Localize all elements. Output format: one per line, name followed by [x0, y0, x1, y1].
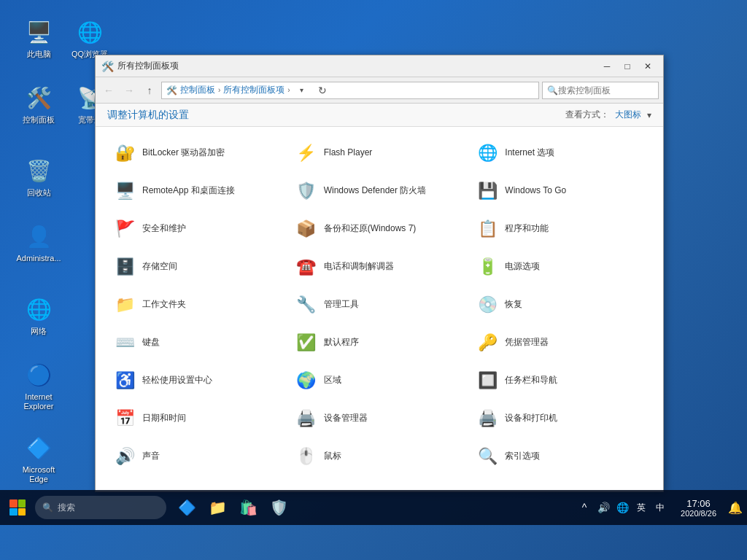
- desktop-icon-img-ie: 🔵: [24, 360, 53, 389]
- desktop-icon-edge[interactable]: 🔷 Microsoft Edge: [13, 430, 64, 487]
- start-button[interactable]: [0, 490, 35, 525]
- search-input[interactable]: [558, 85, 654, 96]
- cp-label-datetime: 日期和时间: [142, 413, 186, 424]
- cp-item-remoteapp[interactable]: 🖥️ RemoteApp 和桌面连接: [107, 172, 289, 210]
- cp-item-credential-mgr[interactable]: 🔑 凭据管理器: [470, 324, 651, 362]
- cp-label-programs: 程序和功能: [505, 223, 549, 235]
- view-options: 查看方式： 大图标 ▾: [565, 109, 651, 121]
- desktop-icon-ie[interactable]: 🔵 Internet Explorer: [13, 357, 64, 414]
- cp-item-programs[interactable]: 📋 程序和功能: [470, 210, 651, 248]
- cp-item-windows-defender[interactable]: 🛡️ Windows Defender 防火墙: [289, 172, 471, 210]
- view-bar: 调整计算机的设置 查看方式： 大图标 ▾: [96, 104, 663, 127]
- cp-label-index: 索引选项: [505, 451, 540, 462]
- desktop-icon-img-recycle-bin: 🗑️: [24, 156, 53, 185]
- tray-chevron[interactable]: ^: [576, 493, 593, 522]
- window-controls: ─ □ ✕: [597, 59, 657, 74]
- tray-network[interactable]: 🌐: [614, 493, 631, 522]
- cp-item-sound[interactable]: 🔊 声音: [107, 438, 289, 475]
- desktop-icon-network[interactable]: 🌐 网络: [13, 292, 64, 339]
- search-box[interactable]: 🔍: [542, 82, 659, 99]
- taskbar-icon-security-app[interactable]: 🛡️: [264, 493, 293, 522]
- cp-item-recovery[interactable]: 💿 恢复: [470, 286, 651, 324]
- taskbar-search[interactable]: 🔍 搜索: [35, 496, 166, 519]
- taskbar-icon-edge[interactable]: 🔷: [172, 493, 201, 522]
- back-button[interactable]: ←: [100, 82, 117, 99]
- view-label: 查看方式：: [565, 109, 609, 121]
- cp-item-default-programs[interactable]: ✅ 默认程序: [289, 324, 471, 362]
- cp-item-ease-of-access[interactable]: ♿ 轻松使用设置中心: [107, 362, 289, 400]
- desktop-icon-recycle-bin[interactable]: 🗑️ 回收站: [13, 153, 64, 201]
- desktop-icon-img-control-panel: 🛠️: [24, 83, 53, 112]
- cp-icon-credential-mgr: 🔑: [476, 331, 499, 354]
- cp-icon-bitlocker: 🔐: [113, 141, 136, 165]
- cp-icon-recovery: 💿: [476, 293, 499, 316]
- desktop-icon-label-this-pc: 此电脑: [27, 50, 51, 59]
- cp-item-region[interactable]: 🌍 区域: [289, 362, 471, 400]
- path-segment-all[interactable]: 所有控制面板项: [223, 84, 285, 96]
- desktop-icon-img-qq-browser: 🌐: [75, 18, 104, 47]
- cp-label-taskbar-nav: 任务栏和导航: [505, 375, 557, 386]
- taskbar-search-label: 搜索: [58, 502, 75, 514]
- cp-item-taskbar-nav[interactable]: 🔲 任务栏和导航: [470, 362, 651, 400]
- cp-label-device-manager: 设备管理器: [324, 413, 368, 424]
- cp-icon-datetime: 📅: [113, 407, 136, 430]
- cp-item-backup[interactable]: 📦 备份和还原(Windows 7): [289, 210, 471, 248]
- up-button[interactable]: ↑: [141, 82, 158, 99]
- cp-label-keyboard: 键盘: [142, 337, 160, 349]
- cp-icon-windows-to-go: 💾: [476, 179, 499, 203]
- close-button[interactable]: ✕: [638, 59, 657, 74]
- desktop-icon-this-pc[interactable]: 🖥️ 此电脑: [13, 15, 64, 62]
- cp-item-work-folders[interactable]: 📁 工作文件夹: [107, 286, 289, 324]
- cp-item-phone-modem[interactable]: ☎️ 电话和调制解调器: [289, 248, 471, 286]
- time-date[interactable]: 17:06 2020/8/26: [673, 490, 724, 525]
- cp-item-windows-to-go[interactable]: 💾 Windows To Go: [470, 172, 651, 210]
- cp-item-index[interactable]: 🔍 索引选项: [470, 438, 651, 475]
- tray-ime-en[interactable]: 英: [632, 493, 650, 522]
- cp-icon-default-programs: ✅: [295, 331, 318, 354]
- cp-item-admin-tools[interactable]: 🔧 管理工具: [289, 286, 471, 324]
- cp-item-storage[interactable]: 🗄️ 存储空间: [107, 248, 289, 286]
- tray-volume[interactable]: 🔊: [595, 493, 612, 522]
- cp-item-datetime[interactable]: 📅 日期和时间: [107, 400, 289, 438]
- cp-label-default-programs: 默认程序: [324, 337, 359, 349]
- cp-label-windows-defender: Windows Defender 防火墙: [324, 185, 427, 197]
- taskbar: 🔍 搜索 🔷📁🛍️🛡️ ^ 🔊 🌐 英 中 17:06 2020/8/26 🔔: [0, 490, 747, 525]
- taskbar-icons: 🔷📁🛍️🛡️: [172, 493, 293, 522]
- cp-item-keyboard[interactable]: ⌨️ 键盘: [107, 324, 289, 362]
- cp-label-credential-mgr: 凭据管理器: [505, 337, 549, 349]
- cp-label-mouse: 鼠标: [324, 451, 341, 462]
- cp-label-devices-printers: 设备和打印机: [505, 413, 557, 424]
- cp-item-devices-printers[interactable]: 🖨️ 设备和打印机: [470, 400, 651, 438]
- cp-icon-internet-options: 🌐: [476, 141, 499, 165]
- path-segment-controlpanel[interactable]: 控制面板: [180, 84, 215, 96]
- cp-item-mouse[interactable]: 🖱️ 鼠标: [289, 438, 471, 475]
- refresh-button[interactable]: ↻: [314, 82, 331, 99]
- cp-item-bitlocker[interactable]: 🔐 BitLocker 驱动器加密: [107, 134, 289, 172]
- cp-item-flash-player[interactable]: ⚡ Flash Player: [289, 134, 471, 172]
- notification-button[interactable]: 🔔: [724, 493, 747, 522]
- cp-item-device-manager[interactable]: 🖨️ 设备管理器: [289, 400, 471, 438]
- taskbar-icon-store[interactable]: 🛍️: [233, 493, 263, 522]
- cp-label-work-folders: 工作文件夹: [142, 299, 186, 311]
- tray-ime-zh[interactable]: 中: [651, 493, 669, 522]
- desktop-icon-administrator[interactable]: 👤 Administra...: [13, 219, 64, 266]
- minimize-button[interactable]: ─: [597, 59, 616, 74]
- cp-item-power[interactable]: 🔋 电源选项: [470, 248, 651, 286]
- cp-icon-security: 🚩: [113, 217, 136, 241]
- content-area: 🔐 BitLocker 驱动器加密 ⚡ Flash Player 🌐 Inter…: [96, 127, 663, 491]
- forward-button[interactable]: →: [120, 82, 138, 99]
- window-titlebar: 🛠️ 所有控制面板项 ─ □ ✕: [96, 55, 663, 77]
- desktop-icon-label-network: 网络: [31, 327, 47, 336]
- address-path[interactable]: 🛠️ 控制面板 › 所有控制面板项 › ▾ ↻: [161, 82, 539, 99]
- desktop-icon-label-recycle-bin: 回收站: [27, 188, 51, 198]
- time-display: 17:06: [686, 498, 711, 509]
- cp-icon-work-folders: 📁: [113, 293, 136, 316]
- desktop-icon-control-panel[interactable]: 🛠️ 控制面板: [13, 80, 64, 128]
- cp-item-internet-options[interactable]: 🌐 Internet 选项: [470, 134, 651, 172]
- cp-label-windows-to-go: Windows To Go: [505, 185, 566, 197]
- taskbar-icon-explorer[interactable]: 📁: [203, 493, 232, 522]
- maximize-button[interactable]: □: [618, 59, 637, 74]
- cp-item-security[interactable]: 🚩 安全和维护: [107, 210, 289, 248]
- path-dropdown-button[interactable]: ▾: [293, 82, 311, 99]
- view-mode-link[interactable]: 大图标: [615, 109, 641, 121]
